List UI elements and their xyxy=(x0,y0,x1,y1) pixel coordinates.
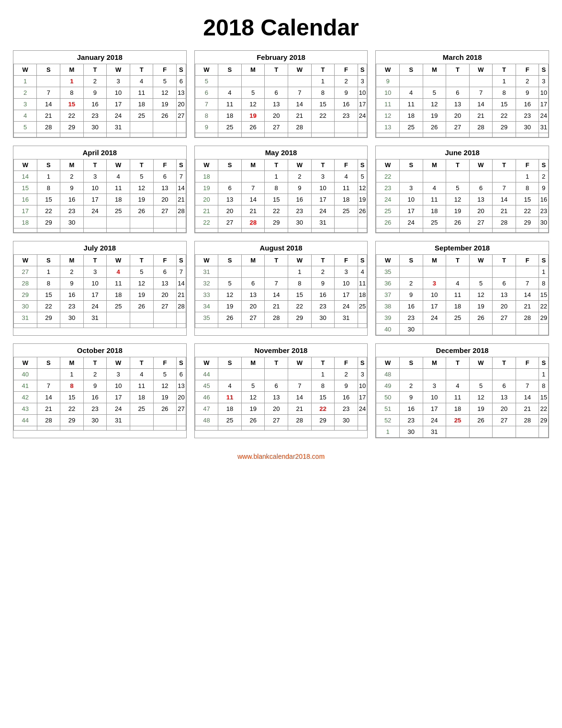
calendar-day xyxy=(399,266,423,278)
calendar-day: 17 xyxy=(423,403,446,415)
day-header: S xyxy=(37,255,60,266)
calendar-day: 26 xyxy=(130,301,153,312)
calendar-day: 12 xyxy=(130,278,153,289)
month-block: October 2018WSMTWTFS40123456417891011121… xyxy=(13,343,187,438)
calendar-day: 10 xyxy=(83,278,107,289)
calendar-day xyxy=(288,324,312,328)
calendar-day xyxy=(177,133,186,137)
calendar-day: 8 xyxy=(37,182,60,194)
calendar-day: 20 xyxy=(265,110,288,122)
calendar-day xyxy=(83,228,107,233)
calendar-day: 15 xyxy=(539,392,549,403)
calendar-day: 12 xyxy=(130,182,153,194)
calendar-day: 23 xyxy=(83,110,107,122)
calendar-day: 17 xyxy=(358,99,367,110)
week-number: 14 xyxy=(14,171,37,182)
calendar-day xyxy=(265,324,288,328)
calendar-day: 10 xyxy=(358,87,367,99)
month-title: July 2018 xyxy=(13,241,186,254)
week-number: 1 xyxy=(376,426,400,438)
calendar-day xyxy=(241,324,265,328)
week-number: 40 xyxy=(376,324,400,335)
month-block: April 2018WSMTWTFS1412345671589101112131… xyxy=(13,146,187,233)
day-header: S xyxy=(218,159,242,171)
week-number: 44 xyxy=(195,369,218,380)
week-number: 16 xyxy=(14,194,37,205)
calendar-day xyxy=(335,133,358,137)
calendar-day xyxy=(423,324,446,335)
calendar-day: 18 xyxy=(446,301,470,312)
day-header: M xyxy=(60,357,84,369)
calendar-day xyxy=(469,369,493,380)
week-number: 21 xyxy=(195,205,218,217)
calendar-day: 20 xyxy=(469,205,493,217)
calendar-day xyxy=(288,228,312,233)
calendar-day: 18 xyxy=(446,403,470,415)
calendar-day: 19 xyxy=(358,194,367,205)
calendar-day: 19 xyxy=(130,289,153,301)
month-title: June 2018 xyxy=(376,146,549,159)
day-header: F xyxy=(516,64,539,76)
calendar-day: 5 xyxy=(446,182,470,194)
week-number: 33 xyxy=(195,289,218,301)
calendar-day: 22 xyxy=(265,205,288,217)
calendar-day: 31 xyxy=(423,426,446,438)
calendar-day xyxy=(469,426,493,438)
week-number: 45 xyxy=(195,380,218,392)
week-number xyxy=(195,324,218,328)
day-header: W xyxy=(376,159,400,171)
calendar-day: 22 xyxy=(516,205,539,217)
calendar-day xyxy=(399,369,423,380)
calendar-day: 6 xyxy=(493,380,516,392)
calendar-day xyxy=(218,266,242,278)
month-title: November 2018 xyxy=(195,344,368,357)
day-header: M xyxy=(60,64,84,76)
calendar-day: 14 xyxy=(288,392,312,403)
calendar-day: 31 xyxy=(83,312,107,324)
day-header: T xyxy=(493,255,516,266)
calendar-day xyxy=(37,76,60,87)
calendar-day: 12 xyxy=(218,289,242,301)
calendar-day: 2 xyxy=(60,171,84,182)
calendar-day: 4 xyxy=(130,76,153,87)
calendar-day: 19 xyxy=(469,301,493,312)
calendar-day xyxy=(153,324,177,328)
calendar-day xyxy=(423,133,446,137)
calendar-day: 25 xyxy=(423,217,446,228)
calendar-day: 19 xyxy=(153,99,177,110)
day-header: M xyxy=(241,255,265,266)
calendar-day: 8 xyxy=(311,380,335,392)
calendar-day xyxy=(130,133,153,137)
day-header: T xyxy=(265,64,288,76)
calendar-day xyxy=(358,312,367,324)
day-header: M xyxy=(60,255,84,266)
calendar-day xyxy=(218,324,242,328)
calendar-day: 7 xyxy=(265,278,288,289)
calendar-day: 1 xyxy=(516,171,539,182)
calendar-day: 9 xyxy=(311,278,335,289)
calendar-day xyxy=(423,266,446,278)
calendar-day: 18 xyxy=(218,403,242,415)
week-number: 37 xyxy=(376,289,400,301)
calendar-day: 10 xyxy=(335,278,358,289)
day-header: M xyxy=(241,357,265,369)
calendar-day xyxy=(153,122,177,133)
calendar-day: 18 xyxy=(130,392,153,403)
calendar-day: 3 xyxy=(311,171,335,182)
calendar-day: 5 xyxy=(130,171,153,182)
calendar-day: 21 xyxy=(37,110,60,122)
day-header: S xyxy=(37,64,60,76)
calendar-day: 13 xyxy=(218,194,242,205)
calendar-day: 18 xyxy=(358,289,367,301)
calendar-day xyxy=(177,415,186,426)
calendar-day: 31 xyxy=(539,122,549,133)
footer-link[interactable]: www.blankcalendar2018.com xyxy=(237,453,325,460)
calendar-day xyxy=(265,76,288,87)
calendar-day xyxy=(241,369,265,380)
day-header: M xyxy=(60,159,84,171)
calendar-day: 2 xyxy=(60,266,84,278)
calendar-day: 11 xyxy=(358,278,367,289)
calendar-day: 20 xyxy=(493,403,516,415)
calendar-day xyxy=(311,426,335,431)
calendar-day xyxy=(218,228,242,233)
